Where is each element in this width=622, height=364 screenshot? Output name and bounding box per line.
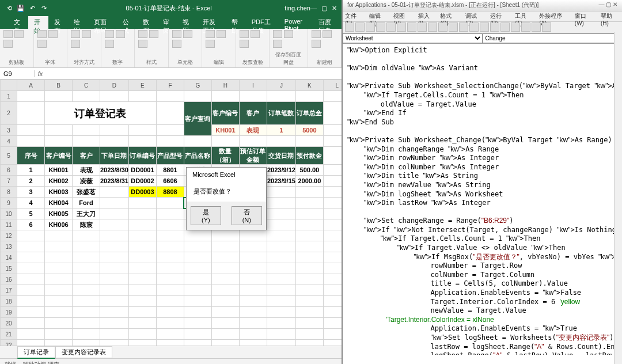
cell[interactable] (184, 230, 211, 241)
cell[interactable] (128, 307, 156, 318)
data-cell[interactable] (156, 219, 184, 230)
cell[interactable] (156, 125, 184, 136)
vbe-menu-item[interactable]: 帮助(H) (601, 12, 620, 21)
vbe-toolbar-icon[interactable] (376, 22, 385, 32)
cell[interactable] (128, 230, 156, 241)
cell[interactable] (45, 252, 73, 263)
cell[interactable] (45, 307, 73, 318)
ribbon-tab[interactable]: 绘图 (68, 16, 88, 29)
cell[interactable] (73, 296, 100, 307)
data-cell[interactable]: KH002 (45, 176, 73, 187)
data-cell[interactable]: 2023/8/30 (100, 165, 129, 176)
data-cell[interactable] (156, 198, 184, 208)
data-cell[interactable]: 2023/9/15 (267, 176, 295, 187)
cell[interactable] (267, 241, 295, 252)
vbe-toolbar-icon[interactable] (542, 22, 551, 32)
cell[interactable] (323, 230, 342, 241)
vbe-menu-item[interactable]: 插入(I) (418, 12, 435, 21)
vbe-menu-item[interactable]: 窗口(W) (575, 12, 595, 21)
column-header[interactable]: 客户编号 (45, 147, 73, 165)
cell[interactable] (45, 285, 73, 296)
cell[interactable] (295, 285, 323, 296)
query-value[interactable]: 5000 (295, 125, 323, 136)
cell[interactable] (239, 241, 267, 252)
msgbox-yes-button[interactable]: 是(Y) (191, 206, 221, 225)
sheet-tab[interactable]: 订单记录 (17, 346, 55, 359)
cell[interactable] (295, 252, 323, 263)
ribbon-tab[interactable]: PDF工具集 (246, 16, 279, 29)
cell[interactable] (17, 340, 45, 346)
vbe-toolbar-icon[interactable] (449, 22, 458, 32)
vbe-toolbar-icon[interactable] (397, 22, 406, 32)
cell[interactable] (239, 285, 267, 296)
column-header[interactable]: 产品型号 (156, 147, 184, 165)
cell[interactable] (45, 125, 73, 136)
cell[interactable] (100, 340, 129, 346)
cell[interactable] (211, 296, 239, 307)
cell[interactable] (17, 263, 45, 274)
cell[interactable] (156, 252, 184, 263)
cell[interactable] (156, 285, 184, 296)
vbe-toolbar-icon[interactable] (366, 22, 375, 32)
data-cell[interactable] (128, 219, 156, 230)
cell[interactable] (73, 285, 100, 296)
cell[interactable] (323, 208, 342, 219)
cell[interactable] (267, 274, 295, 285)
cell[interactable] (184, 252, 211, 263)
cell[interactable] (73, 241, 100, 252)
data-cell[interactable] (267, 187, 295, 198)
vbe-toolbar-icon[interactable] (407, 22, 416, 32)
data-cell[interactable] (267, 219, 295, 230)
cell[interactable] (239, 329, 267, 340)
cell[interactable] (211, 91, 239, 102)
cell[interactable] (239, 230, 267, 241)
cell[interactable] (267, 230, 295, 241)
sheet-tab[interactable]: 变更内容记录表 (55, 346, 112, 358)
cell[interactable] (184, 285, 211, 296)
cell[interactable] (156, 241, 184, 252)
cell[interactable] (45, 296, 73, 307)
cell[interactable] (100, 252, 129, 263)
cell[interactable] (184, 307, 211, 318)
data-cell[interactable]: KH004 (45, 198, 73, 208)
cell[interactable] (239, 318, 267, 329)
cell[interactable] (45, 230, 73, 241)
cell[interactable] (128, 285, 156, 296)
cell[interactable] (239, 136, 267, 147)
data-cell[interactable]: 表现 (73, 165, 100, 176)
cell[interactable] (73, 340, 100, 346)
cell[interactable] (184, 136, 211, 147)
cell[interactable] (211, 136, 239, 147)
cell[interactable] (128, 340, 156, 346)
cell[interactable] (128, 91, 156, 102)
cell[interactable] (17, 285, 45, 296)
cell[interactable] (211, 274, 239, 285)
cell[interactable] (239, 263, 267, 274)
cell[interactable] (295, 307, 323, 318)
cell[interactable] (267, 318, 295, 329)
minimize-icon[interactable]: — (310, 5, 317, 12)
cell[interactable] (239, 91, 267, 102)
cell[interactable] (239, 296, 267, 307)
ribbon-tab[interactable]: 帮助 (226, 16, 246, 29)
cell[interactable] (128, 329, 156, 340)
vbe-menu-item[interactable]: 视图(V) (393, 12, 412, 21)
user-name[interactable]: ting.chen (285, 5, 310, 12)
data-cell[interactable]: DD0002 (128, 176, 156, 187)
vbe-menu-item[interactable]: 调试(D) (465, 12, 484, 21)
column-header[interactable]: 预估订单金额 (239, 147, 267, 165)
cell[interactable] (17, 91, 45, 102)
cell[interactable] (267, 296, 295, 307)
msgbox-no-button[interactable]: 否(N) (232, 206, 262, 225)
data-cell[interactable]: 5 (17, 208, 45, 219)
cell[interactable] (128, 136, 156, 147)
cell[interactable] (100, 136, 129, 147)
cell[interactable] (323, 102, 342, 125)
data-cell[interactable]: 8808 (156, 187, 184, 198)
cell[interactable] (184, 318, 211, 329)
data-cell[interactable]: 2023/8/31 (100, 176, 129, 187)
cell[interactable] (323, 187, 342, 198)
cell[interactable] (100, 230, 129, 241)
cell[interactable] (323, 307, 342, 318)
vbe-scrollbar[interactable] (614, 32, 622, 364)
